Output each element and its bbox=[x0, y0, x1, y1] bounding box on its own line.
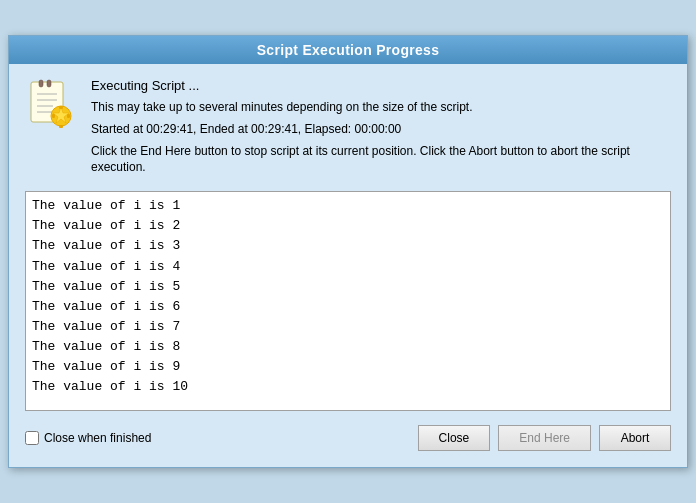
close-when-finished-checkbox[interactable] bbox=[25, 431, 39, 445]
svg-rect-12 bbox=[67, 114, 70, 118]
output-line: The value of i is 3 bbox=[32, 236, 664, 256]
info-line1: This may take up to several minutes depe… bbox=[91, 99, 671, 116]
close-when-finished-label: Close when finished bbox=[44, 431, 151, 445]
header-section: Executing Script ... This may take up to… bbox=[25, 78, 671, 181]
output-line: The value of i is 7 bbox=[32, 317, 664, 337]
output-line: The value of i is 5 bbox=[32, 277, 664, 297]
output-container: The value of i is 1The value of i is 2Th… bbox=[25, 191, 671, 411]
output-line: The value of i is 1 bbox=[32, 196, 664, 216]
svg-rect-1 bbox=[39, 80, 43, 87]
svg-rect-2 bbox=[47, 80, 51, 87]
svg-rect-10 bbox=[59, 125, 63, 128]
close-button[interactable]: Close bbox=[418, 425, 491, 451]
executing-label: Executing Script ... bbox=[91, 78, 671, 93]
end-here-button[interactable]: End Here bbox=[498, 425, 591, 451]
info-line2: Started at 00:29:41, Ended at 00:29:41, … bbox=[91, 121, 671, 138]
output-line: The value of i is 2 bbox=[32, 216, 664, 236]
svg-rect-9 bbox=[59, 106, 63, 109]
svg-rect-11 bbox=[52, 114, 55, 118]
abort-button[interactable]: Abort bbox=[599, 425, 671, 451]
output-scroll-area[interactable]: The value of i is 1The value of i is 2Th… bbox=[26, 192, 670, 410]
output-line: The value of i is 10 bbox=[32, 377, 664, 397]
script-icon bbox=[25, 78, 77, 130]
output-line: The value of i is 8 bbox=[32, 337, 664, 357]
checkbox-area: Close when finished bbox=[25, 431, 151, 445]
title-text: Script Execution Progress bbox=[257, 42, 440, 58]
output-line: The value of i is 6 bbox=[32, 297, 664, 317]
info-line3: Click the End Here button to stop script… bbox=[91, 143, 671, 177]
header-text-block: Executing Script ... This may take up to… bbox=[91, 78, 671, 181]
dialog-title: Script Execution Progress bbox=[9, 36, 687, 64]
footer: Close when finished Close End Here Abort bbox=[25, 421, 671, 457]
script-execution-dialog: Script Execution Progress bbox=[8, 35, 688, 468]
output-line: The value of i is 4 bbox=[32, 257, 664, 277]
dialog-body: Executing Script ... This may take up to… bbox=[9, 64, 687, 467]
output-line: The value of i is 9 bbox=[32, 357, 664, 377]
button-group: Close End Here Abort bbox=[418, 425, 671, 451]
